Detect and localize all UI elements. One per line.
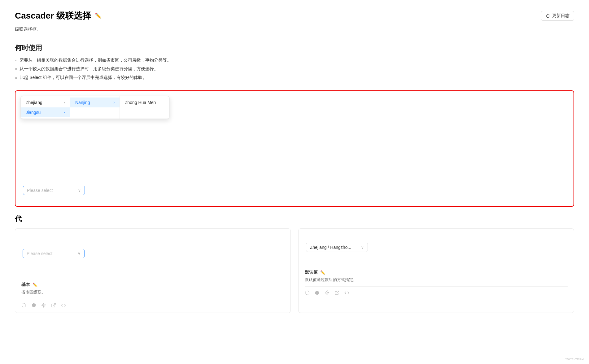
cascader-item-zhonghuamen[interactable]: Zhong Hua Men [120, 98, 169, 107]
cascader-item-nanjing[interactable]: Nanjing › [70, 98, 120, 107]
demo-boxes-row: Please select ∨ 基本 ✏️ 省市区级联。 [15, 228, 574, 313]
cascader-col-3: Zhong Hua Men [120, 96, 169, 119]
page-title: Cascader 级联选择 [15, 10, 91, 22]
export-icon[interactable] [51, 303, 56, 309]
svg-marker-5 [325, 291, 329, 295]
watermark: www.tiven.cn [565, 357, 585, 360]
cube-solid-icon[interactable] [315, 290, 320, 297]
highlighted-demo: Zhejiang › Jiangsu › Nanjing › [15, 90, 574, 207]
usage-list: 需要从一组相关联的数据集合进行选择，例如省市区，公司层级，事物分类等。 从一个较… [15, 58, 574, 80]
cube-outline-icon[interactable] [21, 303, 26, 309]
cascader-item-label: Zhejiang [26, 100, 42, 105]
code-icon[interactable] [344, 290, 349, 297]
arrow-icon: › [64, 100, 65, 105]
chevron-down-icon: ∨ [78, 251, 81, 256]
svg-line-6 [337, 291, 339, 293]
default-cascader-trigger[interactable]: Zhejiang / Hangzho... ∨ [306, 243, 368, 252]
cascader-trigger[interactable]: Please select ∨ [23, 186, 85, 195]
page-header: Cascader 级联选择 ✏️ ⏱ 更新日志 [15, 10, 574, 22]
cascader-item-label: Jiangsu [26, 110, 41, 115]
cascader-item-zhejiang[interactable]: Zhejiang › [21, 98, 70, 107]
flash-icon[interactable] [325, 290, 329, 297]
chevron-down-icon: ∨ [78, 188, 81, 193]
default-title: 默认值 [305, 270, 318, 275]
demo-box-basic-footer: 基本 ✏️ 省市区级联。 [15, 278, 290, 313]
demo-box-basic-title-row: 基本 ✏️ [21, 282, 284, 288]
basic-desc: 省市区级联。 [21, 289, 284, 295]
changelog-label: 更新日志 [552, 13, 569, 19]
basic-title: 基本 [21, 282, 30, 288]
cascader-col-2: Nanjing › [70, 96, 120, 119]
highlighted-demo-inner: Zhejiang › Jiangsu › Nanjing › [20, 96, 569, 201]
basic-action-icons [21, 303, 284, 309]
default-cascader-value: Zhejiang / Hangzho... [310, 245, 351, 250]
code-icon[interactable] [61, 303, 66, 309]
cascader-item-jiangsu[interactable]: Jiangsu › [21, 107, 70, 117]
list-item: 比起 Select 组件，可以在同一个浮层中完成选择，有较好的体验。 [15, 75, 574, 80]
demo-box-default-footer: 默认值 ✏️ 默认值通过数组的方式指定。 [299, 266, 574, 300]
demo-box-default-title-row: 默认值 ✏️ [305, 270, 568, 275]
demo-box-default-content: Zhejiang / Hangzho... ∨ [299, 229, 574, 266]
basic-cascader-trigger[interactable]: Please select ∨ [23, 249, 85, 258]
default-edit-icon[interactable]: ✏️ [320, 270, 325, 275]
arrow-icon: › [113, 100, 115, 105]
cube-outline-icon[interactable] [305, 290, 310, 297]
demo-box-basic: Please select ∨ 基本 ✏️ 省市区级联。 [15, 228, 291, 313]
basic-cascader-placeholder: Please select [27, 251, 52, 256]
title-row: Cascader 级联选择 ✏️ [15, 10, 102, 22]
cascader-trigger-wrapper: Please select ∨ [23, 186, 85, 195]
cascader-item-label: Zhong Hua Men [125, 100, 156, 105]
demo-box-basic-content: Please select ∨ [15, 229, 290, 278]
svg-line-4 [53, 303, 55, 306]
default-desc: 默认值通过数组的方式指定。 [305, 277, 568, 283]
clock-icon: ⏱ [546, 13, 550, 19]
arrow-icon: › [64, 110, 65, 115]
cube-solid-icon[interactable] [31, 303, 36, 309]
list-item: 需要从一组相关联的数据集合进行选择，例如省市区，公司层级，事物分类等。 [15, 58, 574, 63]
demo-section: Zhejiang › Jiangsu › Nanjing › [15, 90, 574, 313]
title-edit-icon[interactable]: ✏️ [95, 12, 102, 19]
cascader-col-1: Zhejiang › Jiangsu › [21, 96, 70, 119]
page-subtitle: 级联选择框。 [15, 27, 574, 32]
flash-icon[interactable] [41, 303, 46, 309]
chevron-down-icon: ∨ [361, 245, 364, 249]
list-item: 从一个较大的数据集合中进行选择时，用多级分类进行分隔，方便选择。 [15, 66, 574, 72]
default-action-icons [305, 290, 568, 297]
cascader-dropdown[interactable]: Zhejiang › Jiangsu › Nanjing › [20, 96, 170, 119]
export-icon[interactable] [334, 290, 339, 297]
svg-marker-3 [42, 303, 46, 307]
basic-edit-icon[interactable]: ✏️ [33, 283, 37, 287]
changelog-button[interactable]: ⏱ 更新日志 [541, 11, 574, 21]
code-label: 代 [15, 214, 22, 223]
when-to-use-title: 何时使用 [15, 43, 574, 53]
cascader-item-label: Nanjing [75, 100, 90, 105]
demo-box-default: Zhejiang / Hangzho... ∨ 默认值 ✏️ 默认值通过数组的方… [298, 228, 574, 313]
cascader-placeholder: Please select [27, 188, 53, 193]
